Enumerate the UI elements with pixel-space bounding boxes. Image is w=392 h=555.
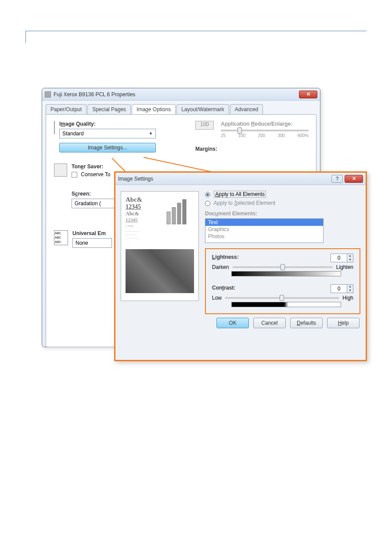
image-settings-dialog: Image Settings ? ✕ Abc& 12345 Abc& 12345… — [114, 171, 367, 361]
preview-lorem: ––––––––––––––––––––––––– — [126, 229, 194, 240]
toner-saver-label: Toner Saver: — [72, 163, 111, 170]
apply-selected-label: Apply to Selected Element — [214, 200, 276, 206]
tick-200: 200 — [258, 133, 265, 138]
universal-em-value: None — [76, 240, 88, 246]
tab-advanced[interactable]: Advanced — [230, 104, 263, 114]
element-graphics[interactable]: Graphics — [205, 226, 323, 233]
dialog-button-row: OK Cancel Defaults Help — [115, 318, 366, 333]
quality-icon — [54, 121, 55, 134]
universal-em-label: Universal Em — [72, 230, 112, 236]
tab-layout-watermark[interactable]: Layout/Watermark — [176, 104, 229, 114]
tab-strip: Paper/Output Special Pages Image Options… — [46, 104, 316, 114]
image-quality-value: Standard — [62, 131, 84, 137]
checkbox-icon — [72, 172, 77, 178]
help-button[interactable]: Help — [327, 318, 360, 328]
svg-rect-1 — [172, 207, 176, 224]
conserve-toner-label: Conserve To — [81, 171, 110, 178]
printer-icon — [45, 91, 51, 98]
spin-down-icon[interactable]: ▼ — [347, 258, 353, 262]
lightness-spinbox[interactable]: ▲▼ — [331, 254, 353, 262]
contrast-spinbox[interactable]: ▲▼ — [331, 284, 353, 293]
lightness-value[interactable] — [331, 254, 347, 262]
spin-up-icon[interactable]: ▲ — [347, 254, 353, 258]
lightness-contrast-group: Lightness: ▲▼ Darken Lighten Cont — [205, 248, 360, 314]
help-icon-button[interactable]: ? — [331, 175, 343, 183]
reduce-enlarge-ticks: 25 100 200 300 400% — [221, 133, 309, 138]
svg-rect-3 — [183, 200, 186, 224]
spin-down-icon[interactable]: ▼ — [347, 289, 353, 293]
high-label: High — [342, 295, 353, 301]
image-quality-label: Image Quality: — [59, 121, 173, 127]
lightness-label: Lightness: — [212, 254, 239, 260]
margins-label: Margins: — [195, 146, 309, 152]
contrast-value[interactable] — [331, 285, 347, 293]
bars-icon — [165, 199, 191, 225]
apply-all-radio[interactable]: Apply to All Elements — [205, 191, 360, 197]
tick-25: 25 — [221, 133, 226, 138]
photo-preview — [126, 249, 194, 293]
image-settings-titlebar[interactable]: Image Settings ? ✕ — [115, 173, 366, 185]
darken-label: Darken — [212, 264, 229, 270]
page-rule — [25, 31, 367, 44]
spin-up-icon[interactable]: ▲ — [347, 285, 353, 289]
svg-rect-0 — [167, 212, 170, 224]
reduce-enlarge-label: Application Reduce/Enlarge: — [221, 121, 309, 127]
element-text[interactable]: Text — [205, 219, 323, 226]
page-rule-left — [25, 31, 26, 43]
properties-title: Fuji Xerox B9136 PCL 6 Properties — [54, 91, 299, 98]
contrast-slider[interactable] — [225, 297, 339, 299]
tick-300: 300 — [277, 133, 285, 138]
svg-rect-2 — [177, 203, 181, 224]
cancel-button[interactable]: Cancel — [253, 318, 286, 328]
tab-paper-output[interactable]: Paper/Output — [46, 104, 86, 114]
close-button[interactable]: ✕ — [299, 91, 317, 98]
element-photos[interactable]: Photos — [205, 233, 323, 240]
elements-listbox[interactable]: Text Graphics Photos — [205, 218, 324, 243]
reduce-enlarge-slider — [221, 130, 309, 131]
abc-icon: ABCABCABV — [54, 230, 68, 245]
defaults-button[interactable]: Defaults — [290, 318, 323, 328]
toner-icon — [54, 163, 67, 177]
contrast-gradient — [231, 302, 341, 307]
conserve-toner-checkbox[interactable]: Conserve To — [72, 171, 111, 178]
lighten-label: Lighten — [336, 264, 353, 270]
lightness-slider[interactable] — [233, 266, 333, 268]
slider-thumb — [237, 127, 242, 134]
tab-special-pages[interactable]: Special Pages — [87, 104, 131, 114]
apply-selected-radio[interactable]: Apply to Selected Element — [205, 200, 360, 206]
document-elements-label: Document Elements: — [205, 210, 257, 217]
radio-icon — [205, 192, 210, 197]
preview-pane: Abc& 12345 Abc& 12345 1.defg –––––––––––… — [121, 191, 199, 301]
ok-button[interactable]: OK — [216, 318, 249, 328]
tab-image-options[interactable]: Image Options — [132, 104, 176, 114]
radio-icon — [205, 201, 210, 206]
contrast-label: Contrast: — [212, 285, 235, 291]
lightness-gradient — [231, 271, 341, 276]
tick-400: 400% — [297, 133, 309, 138]
image-settings-title: Image Settings — [118, 176, 331, 182]
close-button[interactable]: ✕ — [345, 175, 363, 183]
slider-thumb[interactable] — [280, 295, 284, 301]
image-quality-select[interactable]: Standard ▼ — [59, 129, 156, 138]
apply-all-label: Apply to All Elements — [214, 191, 266, 198]
reduce-enlarge-value: 100 — [195, 121, 214, 130]
chevron-down-icon: ▼ — [149, 131, 153, 136]
screen-value: Gradation ( — [75, 200, 101, 207]
properties-titlebar[interactable]: Fuji Xerox B9136 PCL 6 Properties ✕ — [42, 88, 320, 101]
low-label: Low — [212, 295, 222, 301]
universal-em-select[interactable]: None — [72, 238, 112, 248]
image-settings-button[interactable]: Image Settings... — [59, 143, 156, 152]
slider-thumb[interactable] — [281, 264, 285, 270]
tick-100: 100 — [238, 133, 245, 138]
